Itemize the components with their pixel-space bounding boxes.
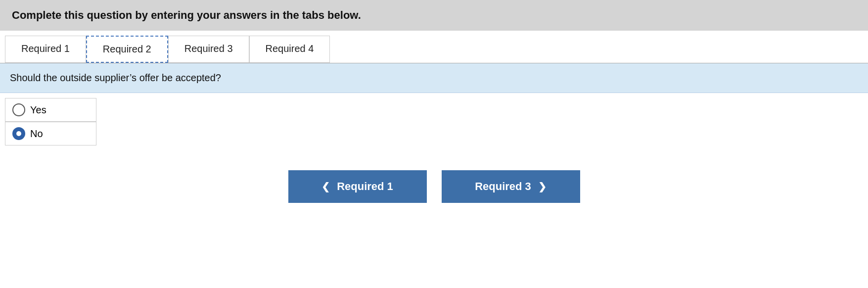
- option-no[interactable]: No: [5, 122, 96, 145]
- radio-yes[interactable]: [12, 103, 25, 116]
- tab-required-2[interactable]: Required 2: [86, 36, 168, 63]
- header-instruction: Complete this question by entering your …: [12, 9, 361, 21]
- option-no-label: No: [30, 128, 43, 140]
- answer-section: Yes No: [0, 93, 868, 150]
- tabs-container: Required 1 Required 2 Required 3 Require…: [0, 36, 868, 63]
- tab-required-1[interactable]: Required 1: [5, 36, 86, 63]
- header-banner: Complete this question by entering your …: [0, 0, 868, 31]
- tab-required-4[interactable]: Required 4: [249, 36, 330, 63]
- forward-button-label: Required 3: [475, 180, 531, 193]
- back-button-label: Required 1: [337, 180, 393, 193]
- chevron-left-icon: [321, 180, 330, 193]
- navigation-buttons: Required 1 Required 3: [0, 170, 868, 218]
- chevron-right-icon: [538, 180, 547, 193]
- question-banner: Should the outside supplier’s offer be a…: [0, 63, 868, 93]
- radio-no[interactable]: [12, 127, 25, 140]
- tab-required-3[interactable]: Required 3: [168, 36, 249, 63]
- option-yes[interactable]: Yes: [5, 98, 96, 122]
- page-wrapper: Complete this question by entering your …: [0, 0, 868, 288]
- back-button[interactable]: Required 1: [288, 170, 427, 203]
- question-text: Should the outside supplier’s offer be a…: [10, 72, 221, 83]
- option-yes-label: Yes: [30, 104, 46, 116]
- forward-button[interactable]: Required 3: [442, 170, 580, 203]
